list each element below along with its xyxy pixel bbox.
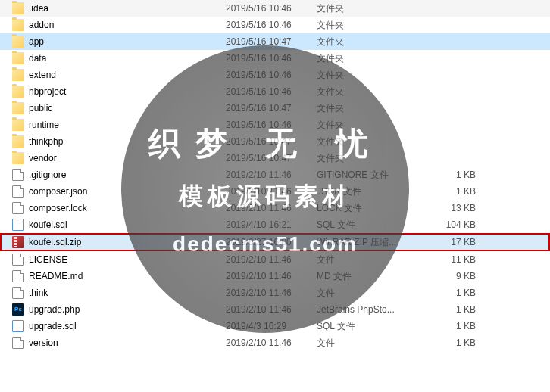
file-name: koufei.sql [29,219,226,230]
file-row[interactable]: koufei.sql2019/4/10 16:21SQL 文件104 KB [0,216,550,233]
file-name: composer.json [29,186,226,197]
file-type: 文件夹 [317,52,430,65]
file-type: WinRAR ZIP 压缩... [317,236,430,249]
php-icon: Ps [12,303,24,316]
file-row[interactable]: extend2019/5/16 10:46文件夹 [0,67,550,83]
file-date: 2019/6/27 16:00 [226,237,317,247]
file-type: 文件 [317,287,430,300]
file-type: 文件夹 [317,36,430,48]
file-type: 文件夹 [317,19,430,32]
file-type: SQL 文件 [317,219,430,232]
sql-icon [12,320,24,332]
file-size: 17 KB [430,237,483,247]
file-row[interactable]: LICENSE2019/2/10 11:46文件11 KB [0,251,550,268]
file-name: upgrade.php [29,304,226,315]
folder-icon [12,52,24,64]
file-row[interactable]: .gitignore2019/2/10 11:46GITIGNORE 文件1 K… [0,166,550,183]
file-date: 2019/2/10 11:46 [226,271,317,282]
file-date: 2019/4/3 16:29 [226,321,317,331]
file-date: 2019/5/16 10:47 [226,153,317,163]
file-size: 1 KB [430,338,483,348]
file-list: .idea2019/5/16 10:46文件夹addon2019/5/16 10… [0,0,550,351]
file-name: composer.lock [29,203,226,213]
folder-icon [12,102,24,114]
file-size: 13 KB [430,203,483,213]
file-name: .gitignore [29,170,226,180]
file-name: extend [29,70,226,80]
file-name: .idea [29,3,226,14]
file-type: GITIGNORE 文件 [317,169,430,182]
file-date: 2019/2/10 11:46 [226,288,317,298]
file-row[interactable]: version2019/2/10 11:46文件1 KB [0,334,550,351]
file-row[interactable]: thinkphp2019/5/16 10:47文件夹 [0,133,550,150]
file-date: 2019/2/10 11:46 [226,304,317,315]
file-name: LICENSE [29,254,226,265]
file-date: 2019/5/16 10:47 [226,103,317,114]
file-name: koufei.sql.zip [29,237,226,247]
archive-icon [12,236,24,248]
file-row[interactable]: .idea2019/5/16 10:46文件夹 [0,0,550,17]
file-icon [12,270,24,282]
file-row[interactable]: addon2019/5/16 10:46文件夹 [0,17,550,33]
file-name: version [29,338,226,348]
file-size: 104 KB [430,219,483,230]
file-type: 文件夹 [317,119,430,132]
file-icon [12,202,24,214]
file-row[interactable]: README.md2019/2/10 11:46MD 文件9 KB [0,268,550,285]
file-date: 2019/2/10 11:46 [226,203,317,213]
folder-icon [12,152,24,164]
file-name: runtime [29,120,226,130]
file-row[interactable]: composer.lock2019/2/10 11:46LOCK 文件13 KB [0,200,550,216]
file-name: README.md [29,271,226,282]
file-name: addon [29,20,226,30]
file-size: 1 KB [430,186,483,197]
file-icon [12,169,24,181]
file-date: 2019/5/16 10:46 [226,120,317,130]
folder-icon [12,19,24,31]
file-type: SQL 文件 [317,320,430,333]
file-row[interactable]: composer.json2019/2/10 11:46JSON 文件1 KB [0,183,550,200]
file-row[interactable]: public2019/5/16 10:47文件夹 [0,100,550,117]
file-row[interactable]: runtime2019/5/16 10:46文件夹 [0,117,550,133]
file-date: 2019/5/16 10:47 [226,136,317,147]
file-type: LOCK 文件 [317,202,430,215]
file-row[interactable]: vendor2019/5/16 10:47文件夹 [0,150,550,166]
file-date: 2019/5/16 10:46 [226,53,317,64]
file-icon [12,287,24,299]
file-date: 2019/5/16 10:46 [226,3,317,14]
file-row[interactable]: Psupgrade.php2019/2/10 11:46JetBrains Ph… [0,301,550,318]
file-date: 2019/2/10 11:46 [226,338,317,348]
file-type: JSON 文件 [317,185,430,198]
file-type: 文件夹 [317,69,430,82]
file-date: 2019/2/10 11:46 [226,254,317,265]
file-type: MD 文件 [317,270,430,283]
file-type: 文件 [317,254,430,266]
file-name: public [29,103,226,114]
file-row[interactable]: nbproject2019/5/16 10:46文件夹 [0,83,550,100]
folder-icon [12,119,24,131]
file-row[interactable]: data2019/5/16 10:46文件夹 [0,50,550,67]
file-type: 文件 [317,337,430,350]
file-type: 文件夹 [317,86,430,98]
file-type: 文件夹 [317,2,430,15]
file-date: 2019/5/16 10:46 [226,20,317,30]
file-name: data [29,53,226,64]
file-name: vendor [29,153,226,163]
file-name: nbproject [29,86,226,97]
file-type: JetBrains PhpSto... [317,304,430,315]
file-size: 1 KB [430,170,483,180]
file-date: 2019/4/10 16:21 [226,219,317,230]
file-date: 2019/5/16 10:47 [226,36,317,47]
file-date: 2019/2/10 11:46 [226,170,317,180]
file-type: 文件夹 [317,102,430,115]
file-name: thinkphp [29,136,226,147]
file-icon [12,254,24,266]
file-row[interactable]: app2019/5/16 10:47文件夹 [0,33,550,50]
file-size: 1 KB [430,304,483,315]
folder-icon [12,135,24,148]
folder-icon [12,36,24,48]
file-row[interactable]: koufei.sql.zip2019/6/27 16:00WinRAR ZIP … [0,233,550,251]
folder-icon [12,2,24,14]
file-row[interactable]: think2019/2/10 11:46文件1 KB [0,285,550,301]
file-row[interactable]: upgrade.sql2019/4/3 16:29SQL 文件1 KB [0,318,550,334]
